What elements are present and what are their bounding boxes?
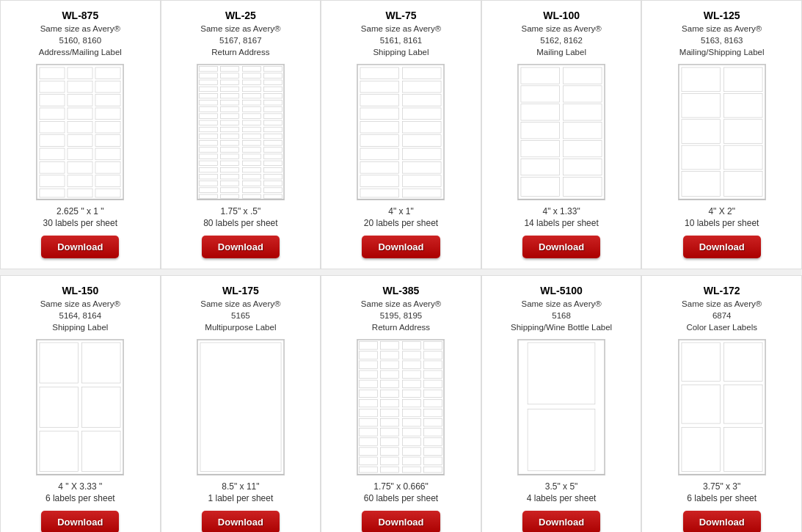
- product-size-wl100: 4" x 1.33": [542, 206, 580, 216]
- download-button-wl172[interactable]: Download: [683, 511, 761, 532]
- product-title-wl75: WL-75: [385, 10, 416, 21]
- product-card-wl100: WL-100 Same size as Avery® 5162, 8162 Ma…: [481, 0, 642, 269]
- product-size-wl172: 3.75" x 3": [703, 481, 740, 492]
- product-subtitle-wl150: Same size as Avery® 5164, 8164 Shipping …: [40, 298, 120, 333]
- svg-rect-166: [197, 340, 284, 475]
- download-button-wl385[interactable]: Download: [362, 511, 440, 532]
- product-count-wl150: 6 labels per sheet: [45, 493, 115, 503]
- download-button-wl175[interactable]: Download: [202, 511, 280, 532]
- product-card-wl125: WL-125 Same size as Avery® 5163, 8163 Ma…: [641, 0, 802, 269]
- label-preview-wl875: [36, 64, 124, 200]
- label-preview-wl5100: [517, 339, 605, 475]
- product-subtitle-wl875: Same size as Avery® 5160, 8160 Address/M…: [39, 23, 122, 58]
- product-size-wl75: 4" x 1": [388, 206, 414, 216]
- product-card-wl5100: WL-5100 Same size as Avery® 5168 Shippin…: [481, 275, 642, 532]
- svg-rect-148: [679, 65, 765, 200]
- svg-rect-225: [518, 340, 605, 475]
- download-button-wl125[interactable]: Download: [683, 236, 761, 258]
- download-button-wl25[interactable]: Download: [202, 236, 280, 258]
- product-subtitle-wl25: Same size as Avery® 5167, 8167 Return Ad…: [200, 23, 280, 58]
- product-card-wl385: WL-385 Same size as Avery® 5195, 8195 Re…: [321, 275, 481, 532]
- label-preview-wl75: [357, 64, 445, 200]
- product-title-wl385: WL-385: [383, 285, 420, 296]
- download-button-wl150[interactable]: Download: [41, 511, 119, 532]
- download-button-wl75[interactable]: Download: [362, 236, 440, 258]
- download-button-wl875[interactable]: Download: [41, 236, 119, 258]
- label-preview-wl172: [678, 339, 766, 475]
- product-card-wl172: WL-172 Same size as Avery® 6874 Color La…: [641, 275, 802, 532]
- product-subtitle-wl175: Same size as Avery® 5165 Multipurpose La…: [200, 298, 280, 333]
- download-button-wl5100[interactable]: Download: [522, 511, 600, 532]
- product-card-wl875: WL-875 Same size as Avery® 5160, 8160 Ad…: [0, 0, 161, 269]
- product-count-wl100: 14 labels per sheet: [524, 218, 598, 228]
- product-subtitle-wl385: Same size as Avery® 5195, 8195 Return Ad…: [361, 298, 441, 333]
- product-count-wl175: 1 label per sheet: [208, 493, 274, 503]
- label-preview-wl125: [678, 64, 766, 200]
- product-size-wl175: 8.5" x 11": [222, 481, 259, 492]
- product-title-wl125: WL-125: [704, 10, 740, 21]
- product-title-wl875: WL-875: [62, 10, 98, 21]
- svg-rect-228: [679, 340, 765, 475]
- product-card-wl175: WL-175 Same size as Avery® 5165 Multipur…: [161, 275, 321, 532]
- product-count-wl125: 10 labels per sheet: [685, 218, 759, 228]
- label-preview-wl385: [357, 339, 445, 475]
- product-size-wl150: 4 " X 3.33 ": [58, 481, 102, 492]
- product-count-wl5100: 4 labels per sheet: [527, 493, 597, 503]
- label-preview-wl150: [36, 339, 124, 475]
- product-grid: WL-875 Same size as Avery® 5160, 8160 Ad…: [0, 0, 802, 532]
- product-subtitle-wl172: Same size as Avery® 6874 Color Laser Lab…: [682, 298, 762, 333]
- product-size-wl125: 4" X 2": [708, 206, 735, 216]
- product-count-wl385: 60 labels per sheet: [364, 493, 438, 503]
- product-size-wl5100: 3.5" x 5": [545, 481, 578, 492]
- svg-rect-133: [518, 65, 605, 200]
- product-subtitle-wl125: Same size as Avery® 5163, 8163 Mailing/S…: [679, 23, 765, 58]
- label-preview-wl175: [197, 339, 285, 475]
- product-count-wl75: 20 labels per sheet: [364, 218, 438, 228]
- product-title-wl175: WL-175: [222, 285, 259, 296]
- product-count-wl875: 30 labels per sheet: [43, 218, 117, 228]
- product-count-wl25: 80 labels per sheet: [203, 218, 277, 228]
- product-count-wl172: 6 labels per sheet: [687, 493, 757, 503]
- product-card-wl75: WL-75 Same size as Avery® 5161, 8161 Shi…: [321, 0, 481, 269]
- product-card-wl150: WL-150 Same size as Avery® 5164, 8164 Sh…: [0, 275, 161, 532]
- product-card-wl25: WL-25 Same size as Avery® 5167, 8167 Ret…: [161, 0, 321, 269]
- product-size-wl385: 1.75" x 0.666": [373, 481, 429, 492]
- product-title-wl5100: WL-5100: [540, 285, 583, 296]
- svg-rect-0: [37, 65, 123, 200]
- product-title-wl100: WL-100: [543, 10, 580, 21]
- product-title-wl150: WL-150: [62, 285, 98, 296]
- product-title-wl25: WL-25: [225, 10, 256, 21]
- product-subtitle-wl75: Same size as Avery® 5161, 8161 Shipping …: [361, 23, 441, 58]
- product-size-wl25: 1.75" x .5": [221, 206, 261, 216]
- product-title-wl172: WL-172: [704, 285, 740, 296]
- product-subtitle-wl100: Same size as Avery® 5162, 8162 Mailing L…: [521, 23, 601, 58]
- product-subtitle-wl5100: Same size as Avery® 5168 Shipping/Wine B…: [511, 298, 612, 333]
- label-preview-wl100: [517, 64, 605, 200]
- label-preview-wl25: [197, 64, 285, 200]
- row-divider: [0, 269, 802, 275]
- download-button-wl100[interactable]: Download: [522, 236, 600, 258]
- product-size-wl875: 2.625 " x 1 ": [56, 206, 104, 216]
- svg-rect-112: [357, 65, 444, 200]
- svg-rect-159: [37, 340, 123, 475]
